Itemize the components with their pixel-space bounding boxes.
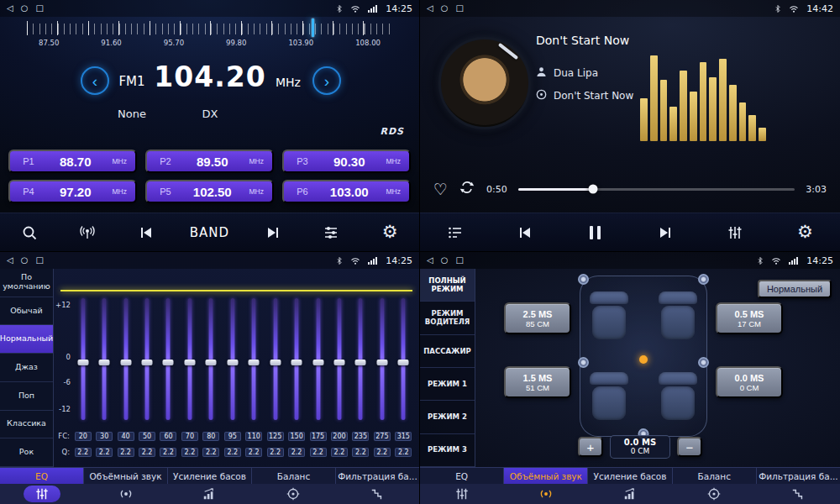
eq-band-slider[interactable] [350,298,371,420]
eq-preset-jazz[interactable]: Джаз [0,354,53,382]
tab-bass-boost[interactable]: Усиление басов [168,468,252,484]
eq-slider-knob[interactable] [120,360,131,365]
eq-preset-custom[interactable]: Обычай [0,297,53,326]
increase-delay-button[interactable]: + [578,437,603,457]
tab-eq[interactable]: EQ [420,468,504,484]
rear-right-delay-button[interactable]: 0.0 MS 0 CM [716,366,783,398]
next-icon[interactable] [258,218,288,247]
progress-slider[interactable] [518,188,795,191]
eq-slider-knob[interactable] [355,360,366,365]
band-button[interactable]: BAND [190,218,229,247]
front-left-delay-button[interactable]: 2.5 MS 85 CM [504,302,571,334]
eq-slider-knob[interactable] [184,360,195,365]
eq-band-slider[interactable] [307,298,328,420]
balance-tab-icon[interactable] [251,484,335,504]
back-icon[interactable]: ◁ [427,4,433,13]
repeat-icon[interactable] [459,179,475,199]
eq-band-slider[interactable] [265,298,286,420]
home-icon[interactable]: ○ [441,4,449,13]
settings-icon[interactable]: ⚙ [375,218,405,247]
tab-surround[interactable]: Объёмный звук [504,468,588,484]
bass-boost-tab-icon[interactable] [168,484,252,504]
tab-balance[interactable]: Баланс [252,468,336,484]
eq-slider-knob[interactable] [142,360,153,365]
next-icon[interactable] [650,218,680,247]
home-icon[interactable]: ○ [21,4,29,13]
eq-band-slider[interactable] [328,298,349,420]
broadcast-icon[interactable] [72,218,102,247]
eq-slider-knob[interactable] [249,360,260,365]
previous-icon[interactable] [510,218,540,247]
mode-1[interactable]: РЕЖИМ 1 [420,368,475,401]
mode-3[interactable]: РЕЖИМ 3 [420,434,475,467]
mode-passenger[interactable]: ПАССАЖИР [420,335,475,368]
preset-button-p5[interactable]: P5 102.50 MHz [145,180,274,203]
eq-slider-knob[interactable] [270,360,281,365]
eq-preset-classic[interactable]: Классика [0,411,53,439]
tab-filter[interactable]: Фильтрация ба... [757,468,840,484]
tune-down-button[interactable]: ‹ [81,66,109,95]
recents-icon[interactable]: □ [455,256,463,265]
eq-slider-knob[interactable] [77,360,88,365]
eq-band-slider[interactable] [286,298,307,420]
eq-slider-knob[interactable] [291,360,302,365]
recents-icon[interactable]: □ [35,4,43,13]
back-icon[interactable]: ◁ [7,4,13,13]
tuning-pointer[interactable] [312,18,314,37]
back-icon[interactable]: ◁ [7,256,13,265]
tab-bass-boost[interactable]: Усиление басов [588,468,672,484]
preset-button-p2[interactable]: P2 89.50 MHz [145,150,274,173]
eq-band-slider[interactable] [93,298,114,420]
tab-surround[interactable]: Объёмный звук [84,468,168,484]
album-art[interactable] [438,37,531,129]
eq-band-slider[interactable] [201,298,222,420]
eq-slider-knob[interactable] [312,360,323,365]
eq-band-slider[interactable] [222,298,243,420]
tab-eq[interactable]: EQ [0,468,84,484]
tab-balance[interactable]: Баланс [673,468,757,484]
eq-band-slider[interactable] [179,298,200,420]
tune-up-button[interactable]: › [312,66,341,95]
eq-slider-knob[interactable] [333,360,344,365]
scan-icon[interactable] [14,218,45,247]
decrease-delay-button[interactable]: − [677,437,702,457]
balance-tab-icon[interactable] [672,484,756,504]
home-icon[interactable]: ○ [21,256,29,265]
eq-band-slider[interactable] [115,298,136,420]
favorite-icon[interactable]: ♡ [433,181,448,197]
preset-button-p6[interactable]: P6 103.00 MHz [282,180,411,203]
surround-tab-icon[interactable] [504,484,588,504]
eq-slider-knob[interactable] [206,360,217,365]
eq-slider-knob[interactable] [99,360,110,365]
tab-filter[interactable]: Фильтрация ба... [336,468,419,484]
surround-tab-icon[interactable] [84,484,168,504]
equalizer-icon[interactable] [720,218,750,247]
eq-band-slider[interactable] [244,298,265,420]
profile-button[interactable]: Нормальный [758,280,832,298]
preset-button-p3[interactable]: P3 90.30 MHz [282,150,411,173]
mode-driver[interactable]: РЕЖИМ ВОДИТЕЛЯ [420,302,475,334]
eq-preset-normal[interactable]: Нормальный [0,325,53,354]
listening-position-dot[interactable] [639,355,648,364]
home-icon[interactable]: ○ [441,256,449,265]
preset-button-p4[interactable]: P4 97.20 MHz [8,180,137,203]
eq-slider-knob[interactable] [376,360,387,365]
eq-band-slider[interactable] [136,298,157,420]
eq-band-slider[interactable] [158,298,179,420]
settings-icon[interactable]: ⚙ [790,218,820,247]
eq-tab-icon[interactable] [0,484,84,504]
playlist-icon[interactable] [440,218,470,247]
frequency-ruler[interactable]: 87.50 91.60 95.70 99.80 103.90 108.00 [27,21,392,51]
eq-preset-rock[interactable]: Рок [0,438,53,467]
back-icon[interactable]: ◁ [427,256,433,265]
progress-knob[interactable] [588,185,597,194]
previous-icon[interactable] [131,218,161,247]
eq-band-slider[interactable] [371,298,392,420]
recents-icon[interactable]: □ [35,256,43,265]
eq-preset-default[interactable]: По умолчанию [0,269,53,297]
bass-boost-tab-icon[interactable] [588,484,672,504]
eq-band-slider[interactable] [393,298,414,420]
eq-slider-knob[interactable] [163,360,174,365]
mode-2[interactable]: РЕЖИМ 2 [420,401,475,433]
pause-icon[interactable] [580,218,610,247]
